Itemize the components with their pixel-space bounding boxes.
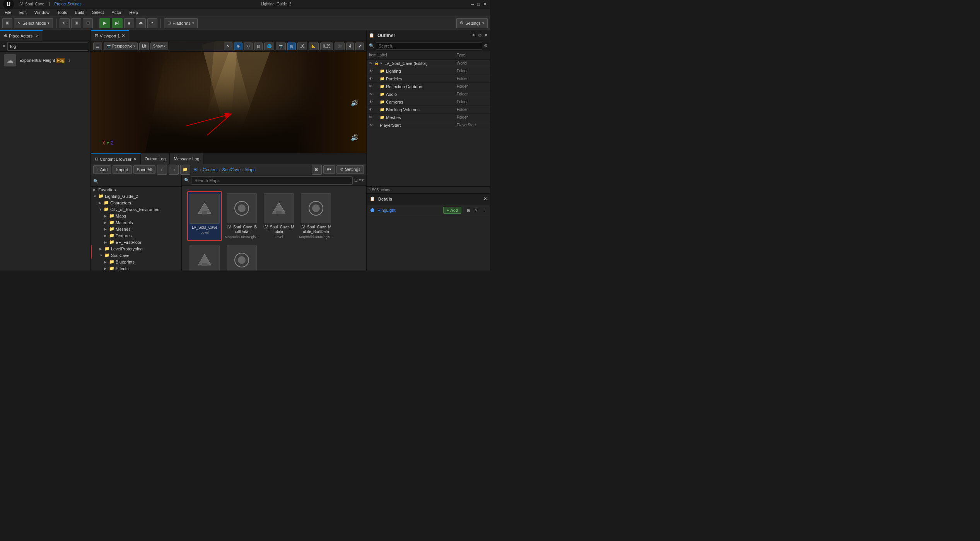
sidebar-item-favorites[interactable]: ▶ Favorites [91,187,181,193]
cb-settings-button[interactable]: ⚙ Settings [336,165,364,174]
minimize-button[interactable]: ─ [471,2,474,7]
eye-icon-playerstart[interactable]: 👁 [369,123,373,127]
outliner-settings-icon[interactable]: ⚙ [478,33,482,38]
outliner-search-settings[interactable]: ⚙ [484,43,488,48]
stop-button[interactable]: ■ [124,18,134,28]
camera-speed[interactable]: 4 [346,43,354,50]
search-input[interactable] [7,42,88,51]
outliner-item-particles[interactable]: 👁 📁 Particles Folder [367,75,490,83]
translate-icon-button[interactable]: ⊕ [234,43,242,50]
camera-speed-icon[interactable]: 🎥 [335,43,345,50]
message-log-tab[interactable]: Message Log [170,153,203,164]
sidebar-item-maps[interactable]: ▶ 📁 Maps [91,213,181,219]
add-button[interactable]: + Add [93,165,111,174]
camera-button[interactable]: 📷 [276,43,286,50]
asset-item-builtdata[interactable]: LV_Soul_Cave_BuiltData MapBuildDataRegis… [224,191,259,241]
sidebar-item-meshes[interactable]: ▶ 📁 Meshes [91,226,181,232]
details-connect-icon[interactable]: ⊞ [467,208,470,213]
outliner-item-reflection[interactable]: 👁 📁 Reflection Captures Folder [367,83,490,90]
platforms-button[interactable]: ⊡ Platforms ▾ [164,18,197,28]
angle-snap[interactable]: 📐 [309,43,319,50]
ring-light-name[interactable]: RingLight [377,208,395,213]
sidebar-item-effects[interactable]: ▶ 📁 Effects [91,265,181,270]
asset-item-overview[interactable]: Overview Level [187,243,222,270]
details-close[interactable]: ✕ [483,196,487,201]
viewport-tab[interactable]: ⊡ Viewport 1 ✕ [91,30,129,41]
sidebar-item-ef-first-floor[interactable]: ▶ 📁 EF_FirstFloor [91,239,181,245]
lit-button[interactable]: Lit [139,43,149,50]
outliner-item-playerstart[interactable]: 👁 PlayerStart PlayerStart [367,121,490,129]
snap-toggle-button[interactable]: ⊟ [254,43,263,50]
breadcrumb-all[interactable]: All [193,167,198,172]
grid-button[interactable]: ⊞ [287,43,296,50]
breadcrumb-content[interactable]: Content [203,167,218,172]
menu-select[interactable]: Select [89,9,107,16]
menu-file[interactable]: File [2,9,15,16]
sidebar-item-project[interactable]: ▼ 📁 Lighting_Guide_2 [91,193,181,199]
show-button[interactable]: Show ▾ [150,43,168,50]
content-sort-icon[interactable]: ≡▾ [359,178,364,183]
sort-button[interactable]: ≡▾ [323,165,335,174]
content-search-input[interactable] [191,176,353,185]
asset-item-overview-builtdata[interactable]: Overview_Built Data MapBuildDataRegis... [224,243,259,270]
menu-tools[interactable]: Tools [54,9,70,16]
project-name[interactable]: LV_Soul_Cave [19,2,44,6]
select-icon-button[interactable]: ↖ [224,43,232,50]
search-close-icon[interactable]: ✕ [2,44,6,49]
viewport-menu-button[interactable]: ☰ [93,43,102,50]
sidebar-item-blueprints[interactable]: ▶ 📁 Blueprints [91,259,181,265]
sidebar-item-city[interactable]: ▼ 📁 City_of_Brass_Enviroment [91,206,181,213]
menu-window[interactable]: Window [31,9,53,16]
import-button[interactable]: Import [113,165,131,174]
output-log-tab[interactable]: Output Log [141,153,170,164]
place-actors-tab[interactable]: ⊕ Place Actors ✕ [0,30,43,41]
outliner-eye-toggle[interactable]: 👁 [471,33,476,38]
cb-settings-label[interactable]: ⚙ Settings [336,165,364,174]
filter-button[interactable]: ⊡ [312,165,322,175]
actor-info-icon[interactable]: ℹ [68,58,70,63]
sidebar-item-materials[interactable]: ▶ 📁 Materials [91,219,181,226]
grid-size[interactable]: 10 [297,43,307,50]
asset-item-lv-soul-cave[interactable]: LV_Soul_Cave Level [187,191,222,241]
eye-icon-audio[interactable]: 👁 [369,92,373,96]
eye-icon-cameras[interactable]: 👁 [369,100,373,104]
menu-edit[interactable]: Edit [16,9,30,16]
maximize-viewport-button[interactable]: ⤢ [355,43,364,50]
scale-snap[interactable]: 0.25 [320,43,333,50]
outliner-item-blocking[interactable]: 👁 📁 Blocking Volumes Folder [367,106,490,114]
history-back-button[interactable]: ← [157,165,167,175]
skip-button[interactable]: ▶| [112,18,123,28]
outliner-item-audio[interactable]: 👁 📁 Audio Folder [367,90,490,98]
toolbar-translate-icon[interactable]: ⊕ [60,18,70,28]
menu-help[interactable]: Help [126,9,141,16]
sidebar-item-textures[interactable]: ▶ 📁 Textures [91,232,181,239]
sidebar-item-characters[interactable]: ▶ 📁 Characters [91,199,181,206]
outliner-item-meshes[interactable]: 👁 📁 Meshes Folder [367,114,490,121]
toolbar-grid-icon[interactable]: ⊟ [83,18,93,28]
eye-icon-lighting[interactable]: 👁 [369,69,373,73]
maximize-button[interactable]: □ [477,2,480,7]
outliner-item-lighting[interactable]: 👁 📁 Lighting Folder [367,67,490,75]
close-button[interactable]: ✕ [483,2,487,7]
eye-icon-blocking[interactable]: 👁 [369,107,373,112]
rotate-icon-button[interactable]: ↻ [244,43,253,50]
history-fwd-button[interactable]: → [169,165,179,175]
details-help-icon[interactable]: ? [475,208,477,213]
ring-light-item[interactable]: RingLight + Add ⊞ ? ⋮ [367,204,490,216]
settings-button[interactable]: ⚙ Settings ▾ [456,18,488,28]
toolbar-modes-icon[interactable]: ⊞ [2,18,12,28]
save-all-button[interactable]: Save All [133,165,156,174]
eye-icon-particles[interactable]: 👁 [369,77,373,81]
eye-icon-reflection[interactable]: 👁 [369,84,373,88]
content-browser-tab[interactable]: ⊡ Content Browser ✕ [91,153,141,164]
breadcrumb-soulcave[interactable]: SoulCave [222,167,241,172]
sidebar-item-levelprototyping[interactable]: ▶ 📁 LevelPrototyping [91,245,181,252]
select-mode-button[interactable]: ↖ Select Mode ▾ [14,18,53,28]
more-options-button[interactable]: ⋯ [147,18,157,28]
globe-button[interactable]: 🌐 [264,43,274,50]
cb-tab-close[interactable]: ✕ [133,157,137,162]
eject-button[interactable]: ⏏ [136,18,146,28]
toolbar-multi-icon[interactable]: ⊞ [71,18,81,28]
perspective-button[interactable]: 📷 Perspective ▾ [104,43,138,50]
asset-item-mobile[interactable]: LV_Soul_Cave_Mobile Level [261,191,296,241]
